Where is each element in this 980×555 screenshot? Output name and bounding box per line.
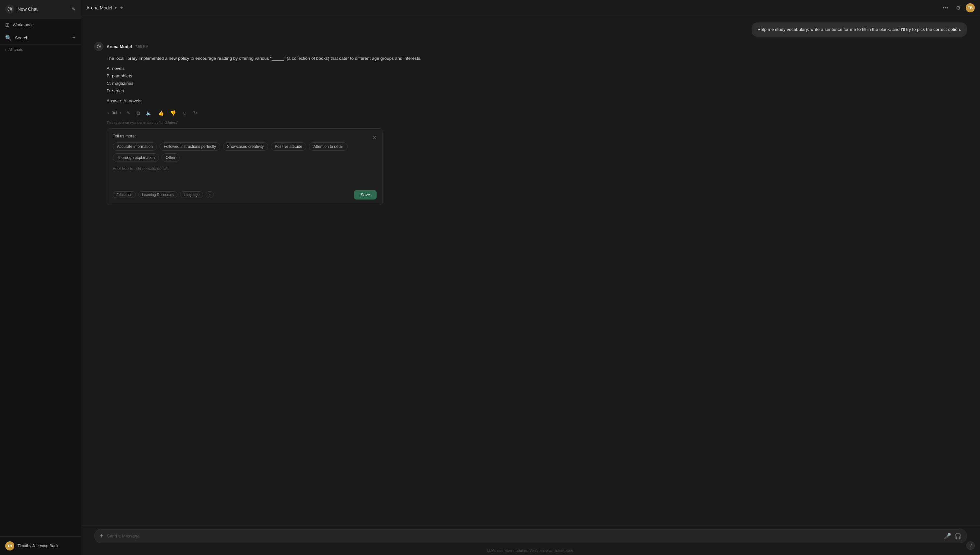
next-response-button[interactable]: › bbox=[119, 110, 122, 116]
answer-options: A. novels B. pamphlets C. magazines D. s… bbox=[107, 65, 967, 95]
response-nav: ‹ 3/3 › bbox=[107, 110, 122, 116]
all-chats-label: All chats bbox=[8, 47, 23, 52]
sidebar: New Chat ✎ ⊞ Workspace 🔍 Search + › All … bbox=[0, 0, 81, 555]
edit-response-button[interactable]: ✎ bbox=[124, 109, 133, 117]
add-tab-icon[interactable]: + bbox=[120, 5, 123, 11]
label-chip-language[interactable]: Language bbox=[180, 191, 203, 198]
bot-time: 7:55 PM bbox=[135, 45, 149, 48]
refresh-button[interactable]: ↻ bbox=[191, 109, 199, 117]
header-avatar[interactable]: TB bbox=[966, 3, 975, 12]
tag-other[interactable]: Other bbox=[162, 153, 180, 162]
tag-followed-instructions[interactable]: Followed instructions perfectly bbox=[160, 142, 220, 151]
copy-button[interactable]: ⧉ bbox=[135, 109, 142, 117]
prev-response-button[interactable]: ‹ bbox=[107, 110, 111, 116]
dropdown-icon[interactable]: ▾ bbox=[115, 5, 117, 10]
tag-positive-attitude[interactable]: Positive attitude bbox=[271, 142, 307, 151]
disclaimer-text: LLMs can make mistakes. Verify important… bbox=[81, 547, 980, 555]
user-message-container: Help me study vocabulary: write a senten… bbox=[81, 22, 980, 37]
chat-title: Arena Model bbox=[87, 5, 112, 10]
tag-showcased-creativity[interactable]: Showcased creativity bbox=[223, 142, 268, 151]
workspace-button[interactable]: ⊞ Workspace bbox=[0, 19, 81, 31]
model-attribution: This response was generated by "phi3:lat… bbox=[94, 120, 967, 124]
audio-button[interactable]: 🔈 bbox=[144, 109, 154, 117]
sidebar-footer: TB Timothy Jaeryang Baek bbox=[0, 536, 81, 555]
label-chip-learning-resources[interactable]: Learning Resources bbox=[138, 191, 177, 198]
bot-response-text: The local library implemented a new poli… bbox=[107, 55, 967, 63]
thumbs-up-button[interactable]: 👍 bbox=[156, 109, 166, 117]
edit-icon: ✎ bbox=[72, 6, 76, 12]
app-logo bbox=[5, 5, 14, 14]
user-message: Help me study vocabulary: write a senten… bbox=[752, 22, 967, 37]
help-button[interactable]: ? bbox=[966, 541, 975, 550]
search-button[interactable]: 🔍 Search + bbox=[0, 31, 81, 45]
attach-button[interactable]: + bbox=[100, 532, 104, 540]
tag-attention-to-detail[interactable]: Attention to detail bbox=[309, 142, 348, 151]
user-name: Timothy Jaeryang Baek bbox=[18, 544, 58, 548]
main-content: Arena Model ▾ + ••• ⚙ TB Help me study v… bbox=[81, 0, 980, 555]
all-chats-toggle[interactable]: › All chats bbox=[0, 45, 81, 55]
search-label: Search bbox=[15, 35, 69, 40]
response-count: 3/3 bbox=[112, 111, 117, 115]
svg-point-1 bbox=[97, 45, 101, 48]
feedback-footer: Education Learning Resources Language + … bbox=[113, 190, 377, 199]
bot-message-container: Arena Model 7:55 PM The local library im… bbox=[81, 42, 980, 205]
feedback-textarea[interactable] bbox=[113, 166, 377, 186]
chat-area: Help me study vocabulary: write a senten… bbox=[81, 16, 980, 525]
bot-logo bbox=[94, 42, 103, 51]
message-input[interactable] bbox=[107, 534, 941, 539]
answer-line: Answer: A. novels bbox=[107, 98, 967, 105]
tag-thorough-explanation[interactable]: Thorough explanation bbox=[113, 153, 159, 162]
feedback-close-button[interactable]: ✕ bbox=[373, 135, 377, 140]
more-options-button[interactable]: ••• bbox=[940, 3, 951, 12]
workspace-label: Workspace bbox=[13, 22, 34, 27]
bot-response: The local library implemented a new poli… bbox=[94, 55, 967, 105]
input-area: + 🎤 🎧 bbox=[81, 525, 980, 547]
option-d: D. series bbox=[107, 87, 967, 95]
feedback-label-chips: Education Learning Resources Language + bbox=[113, 191, 214, 198]
emoji-button[interactable]: ☺ bbox=[180, 109, 189, 117]
svg-point-0 bbox=[8, 7, 12, 11]
thumbs-down-button[interactable]: 👎 bbox=[168, 109, 178, 117]
option-c: C. magazines bbox=[107, 80, 967, 87]
workspace-icon: ⊞ bbox=[5, 22, 10, 28]
bot-name: Arena Model bbox=[107, 44, 132, 49]
tag-accurate-information[interactable]: Accurate information bbox=[113, 142, 157, 151]
user-avatar[interactable]: TB bbox=[5, 541, 14, 550]
new-chat-button[interactable]: New Chat ✎ bbox=[0, 0, 81, 19]
feedback-card: Tell us more: ✕ Accurate information Fol… bbox=[107, 128, 383, 205]
input-box: + 🎤 🎧 bbox=[94, 529, 967, 543]
headset-button[interactable]: 🎧 bbox=[954, 533, 961, 540]
action-bar: ‹ 3/3 › ✎ ⧉ 🔈 👍 👎 ☺ ↻ bbox=[94, 109, 967, 117]
search-icon: 🔍 bbox=[5, 35, 12, 41]
microphone-button[interactable]: 🎤 bbox=[944, 533, 951, 540]
option-b: B. pamphlets bbox=[107, 72, 967, 80]
feedback-tags: Accurate information Followed instructio… bbox=[113, 142, 377, 162]
add-icon: + bbox=[72, 34, 76, 41]
settings-icon[interactable]: ⚙ bbox=[953, 3, 963, 12]
option-a: A. novels bbox=[107, 65, 967, 72]
new-chat-label: New Chat bbox=[18, 6, 68, 12]
label-chip-education[interactable]: Education bbox=[113, 191, 136, 198]
chat-header: Arena Model ▾ + ••• ⚙ TB bbox=[81, 0, 980, 16]
chevron-right-icon: › bbox=[5, 48, 6, 52]
feedback-title: Tell us more: bbox=[113, 134, 136, 138]
bot-header: Arena Model 7:55 PM bbox=[94, 42, 967, 51]
feedback-save-button[interactable]: Save bbox=[354, 190, 377, 199]
add-label-button[interactable]: + bbox=[206, 191, 213, 198]
